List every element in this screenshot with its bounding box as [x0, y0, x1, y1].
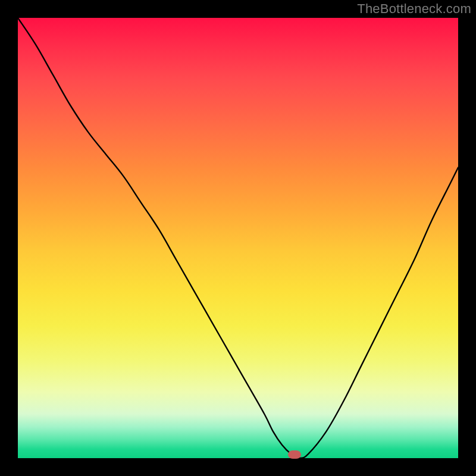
watermark-text: TheBottleneck.com	[357, 1, 471, 17]
optimum-marker	[288, 450, 301, 459]
plot-area	[18, 18, 458, 458]
curve-svg	[18, 18, 458, 458]
bottleneck-curve	[18, 18, 458, 458]
chart-frame: TheBottleneck.com	[0, 0, 476, 476]
